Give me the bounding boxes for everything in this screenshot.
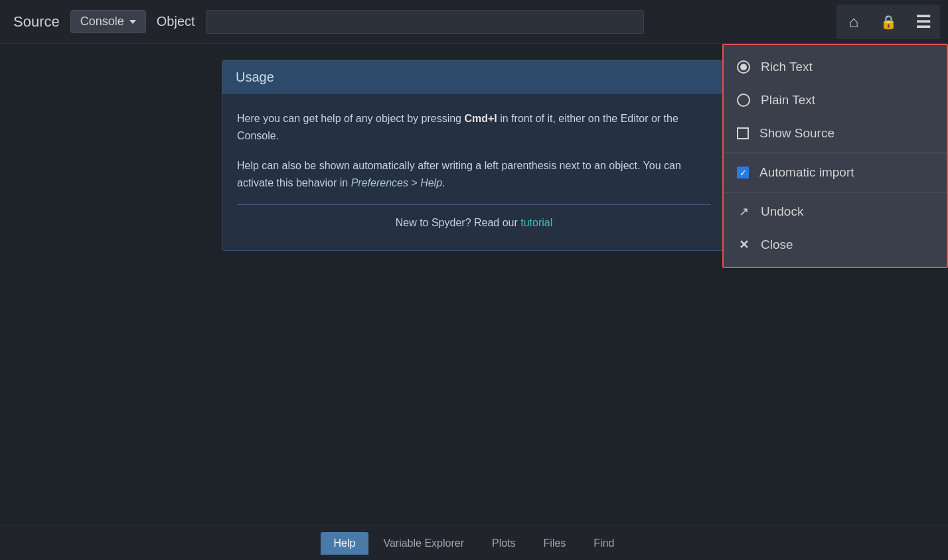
rich-text-label: Rich Text	[761, 60, 813, 74]
dropdown-menu: Rich Text Plain Text Show Source ✓ Autom…	[722, 44, 948, 268]
show-source-label: Show Source	[759, 126, 834, 141]
menu-button[interactable]: ☰	[906, 5, 940, 39]
bottom-tab-bar: Help Variable Explorer Plots Files Find	[0, 525, 948, 560]
usage-card: Usage Here you can get help of any objec…	[222, 60, 726, 251]
undock-label: Undock	[761, 204, 803, 219]
main-area: Usage Here you can get help of any objec…	[0, 44, 948, 525]
toolbar-right-buttons: ⌂ 🔒 ☰	[836, 5, 940, 39]
footer-text: New to Spyder? Read our	[396, 217, 521, 228]
close-label: Close	[761, 238, 793, 252]
source-label: Source	[8, 13, 65, 31]
automatic-import-label: Automatic import	[759, 165, 854, 180]
show-source-menu-item[interactable]: Show Source	[724, 117, 947, 150]
para2-text2: .	[442, 177, 445, 188]
show-source-checkbox[interactable]	[737, 127, 749, 139]
hamburger-menu-icon: ☰	[915, 13, 931, 31]
tab-help[interactable]: Help	[321, 532, 369, 555]
plain-text-label: Plain Text	[761, 93, 815, 107]
toolbar: Source Console Object ⌂ 🔒 ☰	[0, 0, 948, 44]
tab-files[interactable]: Files	[530, 532, 580, 555]
console-label: Console	[80, 15, 124, 29]
close-menu-item[interactable]: ✕ Close	[724, 228, 947, 261]
tab-variable-explorer[interactable]: Variable Explorer	[370, 532, 477, 555]
close-icon: ✕	[737, 238, 750, 251]
para1-bold: Cmd+I	[464, 113, 497, 124]
plain-text-radio[interactable]	[737, 94, 750, 107]
automatic-import-menu-item[interactable]: ✓ Automatic import	[724, 156, 947, 189]
para2-text: Help can also be shown automatically aft…	[237, 160, 681, 188]
console-dropdown-button[interactable]: Console	[70, 10, 146, 33]
usage-footer: New to Spyder? Read our tutorial	[237, 217, 711, 234]
menu-divider-2	[724, 192, 947, 192]
undock-menu-item[interactable]: ↗ Undock	[724, 195, 947, 228]
lock-icon: 🔒	[880, 14, 897, 30]
lock-button[interactable]: 🔒	[871, 5, 906, 39]
rich-text-menu-item[interactable]: Rich Text	[724, 50, 947, 84]
menu-divider-1	[724, 153, 947, 153]
checkmark-icon: ✓	[740, 168, 747, 178]
object-label: Object	[151, 14, 200, 29]
usage-paragraph-1: Here you can get help of any object by p…	[237, 110, 711, 144]
tutorial-link[interactable]: tutorial	[520, 217, 552, 228]
usage-divider	[237, 204, 711, 205]
automatic-import-checkbox[interactable]: ✓	[737, 167, 749, 178]
tab-find[interactable]: Find	[580, 532, 627, 555]
usage-card-body: Here you can get help of any object by p…	[222, 94, 726, 250]
para1-text: Here you can get help of any object by p…	[237, 113, 464, 124]
search-input[interactable]	[206, 10, 644, 34]
usage-paragraph-2: Help can also be shown automatically aft…	[237, 157, 711, 191]
plain-text-menu-item[interactable]: Plain Text	[724, 84, 947, 117]
undock-icon: ↗	[737, 205, 750, 218]
usage-card-header: Usage	[222, 60, 726, 94]
home-button[interactable]: ⌂	[836, 5, 871, 39]
dropdown-arrow-icon	[129, 20, 136, 24]
home-icon: ⌂	[849, 13, 859, 31]
rich-text-radio[interactable]	[737, 60, 750, 74]
usage-title: Usage	[236, 70, 274, 84]
para2-italic: Preferences > Help	[351, 177, 442, 188]
tab-plots[interactable]: Plots	[479, 532, 529, 555]
